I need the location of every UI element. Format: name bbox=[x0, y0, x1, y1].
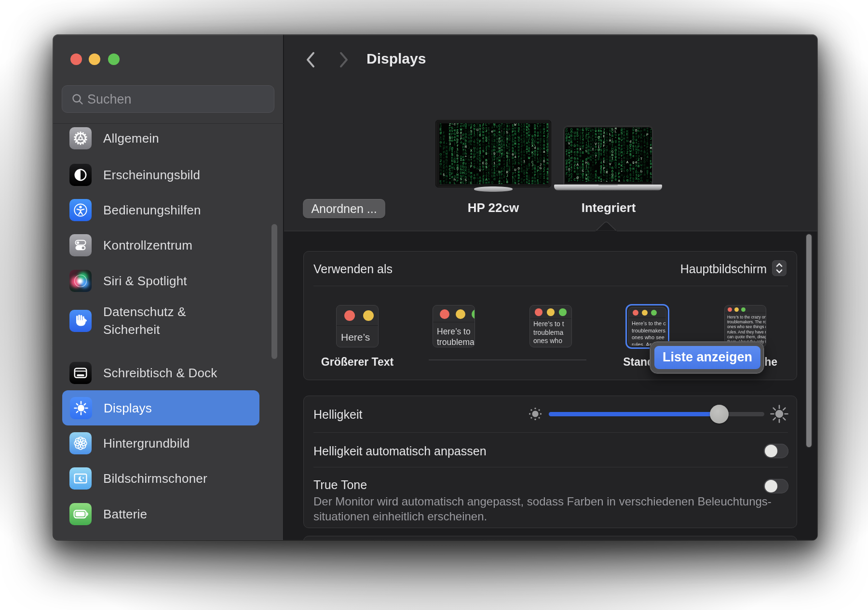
svg-text:FHEdgP#**8ZRE57e4: FHEdgP#**8ZRE57e4 bbox=[443, 131, 445, 184]
svg-text:I=KE=N3JZJNA6:Gg%: I=KE=N3JZJNA6:Gg% bbox=[626, 128, 629, 182]
svg-text:65V8;dIHGBIP66gNE%: 65V8;dIHGBIP66gNE% bbox=[611, 128, 614, 182]
svg-text:RQOBE$0N8*dP=476Z+D: RQOBE$0N8*dP=476Z+D bbox=[570, 128, 573, 182]
svg-text:P%|SaA*2OL0M7DgRUSb: P%|SaA*2OL0M7DgRUSb bbox=[606, 128, 608, 182]
svg-text:ZWUNMabM*;U4C2U*dLNb: ZWUNMabM*;U4C2U*dLNb bbox=[514, 123, 516, 184]
svg-text:BhA.7.=Pb*JZ=8.M9bS: BhA.7.=Pb*JZ=8.M9bS bbox=[637, 128, 640, 182]
svg-text:QQ$c0ObERLh+PTOKOh5Z: QQ$c0ObERLh+PTOKOh5Z bbox=[465, 123, 467, 184]
svg-text:G7XEJKFQC*EELPICc+: G7XEJKFQC*EELPICc+ bbox=[603, 128, 605, 182]
svg-text:d39KXG@J9a#1**QV*fJ: d39KXG@J9a#1**QV*fJ bbox=[523, 123, 526, 184]
svg-text:DcZ3TXWXS07;U@HWc+: DcZ3TXWXS07;U@HWc+ bbox=[579, 128, 582, 182]
svg-text:aNED+*5eBLabA$9U@f: aNED+*5eBLabA$9U@f bbox=[577, 128, 579, 182]
svg-text:c+FXKa:9aCTeW1bF#Q: c+FXKa:9aCTeW1bF#Q bbox=[640, 128, 643, 182]
svg-text:;6LcW2L98K+W|g;.GaA: ;6LcW2L98K+W|g;.GaA bbox=[528, 123, 530, 184]
svg-text:eaMAHGU+NPHOG3S.ZbO: eaMAHGU+NPHOG3S.ZbO bbox=[623, 128, 625, 182]
svg-text::c+4G4A|::86IL3hLG: :c+4G4A|::86IL3hLG bbox=[454, 123, 456, 184]
svg-text:c6N|2.c0U3UP=f5+OJJ: c6N|2.c0U3UP=f5+OJJ bbox=[473, 123, 475, 184]
svg-text:PNMAVhU=|A+BPMa@: PNMAVhU=|A+BPMa@ bbox=[618, 133, 620, 182]
svg-text:*DH8$:ELd@Uc*bBBPb06: *DH8$:ELd@Uc*bBBPb06 bbox=[534, 123, 536, 184]
svg-text:A7dgFCcBT$#+=4J3J35O: A7dgFCcBT$#+=4J3J35O bbox=[503, 123, 505, 184]
svg-text:9QbX:KZ;CJJ.a#P: 9QbX:KZ;CJJ.a#P bbox=[531, 134, 534, 184]
svg-text:fgFS#VDL.Xac*1PM@TEK: fgFS#VDL.Xac*1PM@TEK bbox=[470, 123, 473, 184]
svg-text:HL*0#=W:8FFL#7P|=EU: HL*0#=W:8FFL#7P|=EU bbox=[537, 123, 539, 184]
svg-text:$RMKJZE9@@F*Nh4$D0bc: $RMKJZE9@@F*Nh4$D0bc bbox=[546, 123, 548, 184]
svg-text:IWFbOOh1Ee96M1*b$: IWFbOOh1Ee96M1*b$ bbox=[632, 128, 635, 182]
svg-text:Wa3PQ;6PfA4CMgT*UE: Wa3PQ;6PfA4CMgT*UE bbox=[646, 128, 649, 182]
svg-text:HJR:JgeM0*6EMP.5h.: HJR:JgeM0*6EMP.5h. bbox=[650, 128, 652, 182]
svg-text:5@QUITG$CEH3%I.HRG;$: 5@QUITG$CEH3%I.HRG;$ bbox=[476, 123, 479, 184]
svg-text::+9.AQcEfh#IXg8*: :+9.AQcEfh#IXg8* bbox=[508, 123, 511, 175]
svg-text::FeX#@ZXD53Q@JGDRZI8: :FeX#@ZXD53Q@JGDRZI8 bbox=[540, 123, 542, 184]
svg-text:NN*HgD38hD99f1e18bd: NN*HgD38hD99f1e18bd bbox=[493, 123, 496, 181]
svg-text:HD9N=7V0PQ7c74$RH: HD9N=7V0PQ7c74$RH bbox=[595, 128, 597, 182]
svg-text:*RaW6hCAXVNF#V: *RaW6hCAXVNF#V bbox=[446, 142, 448, 184]
svg-text:9$2eDMbFf1Lbe2gg:HHP: 9$2eDMbFf1Lbe2gg:HHP bbox=[456, 123, 459, 183]
svg-text:8Z2E@.S0LOM2OhN4ET: 8Z2E@.S0LOM2OhN4ET bbox=[440, 123, 442, 184]
svg-text:O:MZacTOMa:16%2ZdIa%: O:MZacTOMa:16%2ZdIa% bbox=[543, 123, 545, 184]
svg-text:6M.h0d%I%=;:=28KCNHg: 6M.h0d%I%=;:=28KCNHg bbox=[488, 123, 490, 184]
svg-text:BR.F|R+;B06DC#|=: BR.F|R+;B06DC#|= bbox=[644, 128, 646, 177]
svg-text:6MLG*gD@69AQQ1P0R: 6MLG*gD@69AQQ1P0R bbox=[615, 128, 617, 182]
svg-text:H5gK:%SaRe=f9SO9N#PF: H5gK:%SaRe=f9SO9N#PF bbox=[517, 123, 520, 184]
svg-text:f1bHVNXFSgU4gSE;ad: f1bHVNXFSgU4gSE;ad bbox=[600, 128, 602, 182]
